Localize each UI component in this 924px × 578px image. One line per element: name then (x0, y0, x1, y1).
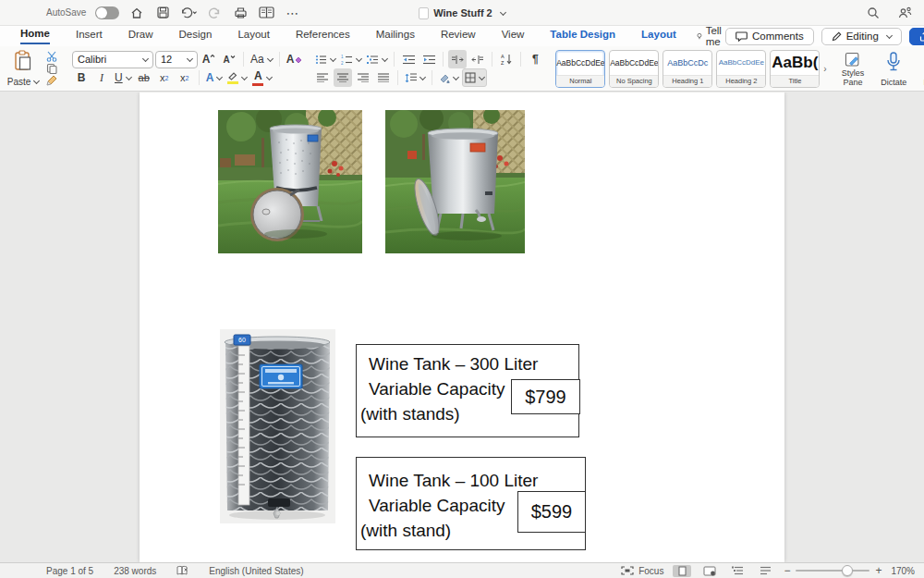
microphone-icon (884, 51, 903, 74)
tab-review[interactable]: Review (441, 29, 476, 43)
focus-button[interactable]: Focus (621, 566, 663, 576)
style-heading-2[interactable]: AaBbCcDdEe Heading 2 (716, 50, 766, 88)
font-size-select[interactable]: 12 (155, 51, 198, 68)
zoom-slider[interactable]: − + (784, 564, 881, 577)
editing-dropdown[interactable]: Editing (821, 28, 902, 45)
shrink-font-button[interactable]: A (220, 50, 238, 68)
document-icon (419, 7, 429, 19)
zoom-out-icon[interactable]: − (784, 564, 790, 577)
align-left-button[interactable] (313, 68, 332, 87)
undo-icon[interactable] (180, 5, 197, 21)
font-name-select[interactable]: Calibri (72, 51, 153, 68)
proofing-icon[interactable] (176, 565, 188, 577)
presence-people-icon[interactable] (896, 5, 913, 21)
language-indicator[interactable]: English (United States) (209, 566, 303, 576)
print-layout-view-button[interactable] (673, 565, 691, 577)
zoom-slider-thumb[interactable] (842, 565, 853, 576)
multilevel-list-button[interactable] (365, 50, 389, 68)
zoom-level[interactable]: 170% (891, 566, 915, 576)
bullets-button[interactable] (313, 50, 337, 68)
numbering-button[interactable]: 12 (339, 50, 363, 68)
zoom-in-icon[interactable]: + (875, 564, 881, 577)
strikethrough-button[interactable]: ab (135, 68, 153, 87)
style-title[interactable]: AaBb( Title (770, 50, 820, 88)
dictate-button[interactable]: Dictate (875, 49, 912, 88)
style-normal[interactable]: AaBbCcDdEe Normal (555, 50, 605, 88)
grow-font-button[interactable]: A (200, 50, 218, 68)
line-spacing-button[interactable] (403, 68, 427, 87)
svg-text:A: A (501, 54, 505, 59)
text-effects-button[interactable]: A (204, 68, 225, 87)
format-painter-button[interactable] (43, 74, 61, 86)
align-center-button[interactable] (334, 68, 352, 87)
justify-button[interactable] (374, 68, 393, 87)
decrease-indent-button[interactable] (399, 50, 418, 68)
clear-formatting-button[interactable]: A (285, 50, 305, 68)
subscript-button[interactable]: x2 (155, 68, 174, 87)
cut-button[interactable] (43, 51, 61, 63)
outline-view-button[interactable] (728, 565, 747, 577)
wine-tank-photo-1[interactable] (218, 110, 362, 253)
tell-me[interactable]: Tell me (697, 25, 725, 47)
editor-button[interactable]: Editor (918, 49, 924, 88)
tab-draw[interactable]: Draw (128, 29, 153, 43)
bold-button[interactable]: B (72, 68, 91, 87)
align-right-button[interactable] (354, 68, 372, 87)
redo-icon[interactable] (206, 5, 223, 21)
comments-button[interactable]: Comments (725, 28, 814, 45)
document-canvas[interactable]: 60 Wine Tank – 300 Liter Variable Capaci… (0, 92, 924, 562)
italic-button[interactable]: I (92, 68, 111, 87)
styles-pane-button[interactable]: StylesPane (836, 49, 870, 88)
tab-mailings[interactable]: Mailings (376, 29, 415, 43)
page-view-icon[interactable] (258, 5, 274, 21)
tab-table-layout[interactable]: Layout (641, 29, 676, 43)
clipboard-icon (13, 50, 33, 72)
styles-pane-icon (842, 51, 864, 69)
paste-button[interactable]: Paste (7, 50, 39, 87)
sort-button[interactable]: AZ (497, 50, 516, 68)
tab-design[interactable]: Design (179, 29, 213, 43)
rtl-paragraph-button[interactable] (468, 50, 487, 68)
more-commands-icon[interactable]: ⋯ (284, 5, 300, 21)
print-icon[interactable] (232, 5, 249, 21)
pencil-icon (832, 31, 842, 42)
tab-references[interactable]: References (296, 29, 350, 43)
wine-tank-photo-2[interactable] (385, 110, 525, 253)
tab-table-design[interactable]: Table Design (550, 29, 615, 43)
shading-button[interactable] (437, 68, 460, 87)
tab-insert[interactable]: Insert (76, 29, 103, 43)
style-no-spacing[interactable]: AaBbCcDdEe No Spacing (609, 50, 659, 88)
svg-text:Z: Z (501, 60, 505, 66)
borders-button[interactable] (462, 68, 487, 87)
search-icon[interactable] (865, 5, 881, 21)
copy-button[interactable] (43, 63, 61, 75)
web-layout-view-button[interactable] (700, 565, 719, 577)
price-box-300l[interactable]: $799 (511, 379, 580, 414)
autosave-toggle[interactable] (95, 6, 119, 19)
title-bar: AutoSave ⋯ Wine Stuff 2 (0, 0, 924, 26)
superscript-button[interactable]: x2 (176, 68, 194, 87)
increase-indent-button[interactable] (419, 50, 438, 68)
draft-view-button[interactable] (756, 565, 774, 577)
page-indicator[interactable]: Page 1 of 5 (46, 566, 93, 576)
underline-button[interactable]: U (113, 68, 133, 87)
save-icon[interactable] (154, 5, 171, 21)
wine-tank-photo-3[interactable]: 60 (220, 329, 335, 523)
word-count[interactable]: 238 words (114, 566, 156, 576)
price-box-100l[interactable]: $599 (517, 491, 586, 533)
ltr-paragraph-button[interactable] (448, 50, 467, 68)
show-formatting-marks-button[interactable]: ¶ (526, 50, 544, 68)
tab-home[interactable]: Home (20, 28, 50, 44)
title-chevron-icon[interactable] (500, 8, 506, 15)
document-page[interactable]: 60 Wine Tank – 300 Liter Variable Capaci… (140, 92, 784, 562)
share-button[interactable]: Share (909, 28, 924, 45)
change-case-button[interactable]: Aa (249, 50, 274, 68)
font-color-button[interactable]: A (250, 68, 274, 87)
highlight-button[interactable] (225, 68, 249, 87)
home-icon[interactable] (128, 5, 145, 21)
styles-gallery-more-icon[interactable]: › (823, 64, 826, 74)
status-bar: Page 1 of 5 238 words English (United St… (0, 562, 924, 578)
style-heading-1[interactable]: AaBbCcDc Heading 1 (663, 50, 712, 88)
tab-layout[interactable]: Layout (237, 29, 270, 43)
tab-view[interactable]: View (502, 29, 525, 43)
